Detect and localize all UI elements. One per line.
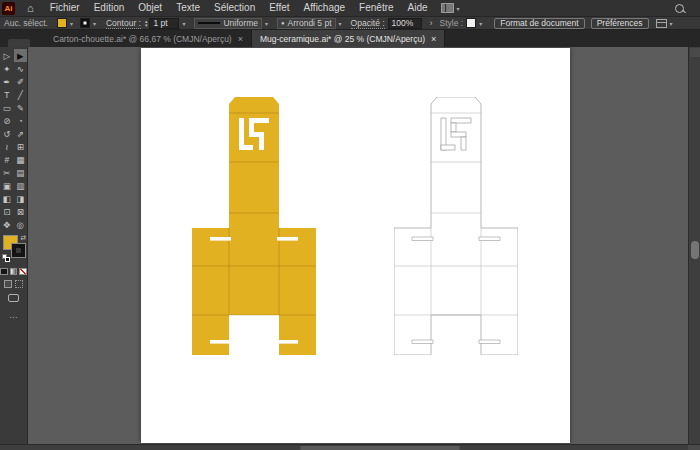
- chevron-down-icon[interactable]: ▾: [479, 20, 482, 27]
- rotate-tool-icon[interactable]: ↺: [0, 127, 14, 140]
- magic-wand-tool-icon[interactable]: ✦: [0, 62, 14, 75]
- scissors-tool-icon[interactable]: ✂: [0, 166, 14, 179]
- document-tab-bar: Carton-chouette.ai* @ 66,67 % (CMJN/Aper…: [0, 30, 700, 47]
- blend-tool-icon[interactable]: ▥: [14, 179, 28, 192]
- width-tool-icon[interactable]: ≀: [0, 140, 14, 153]
- artboard: [141, 48, 570, 443]
- search-icon[interactable]: [675, 4, 684, 13]
- menu-fichier[interactable]: Fichier: [43, 0, 87, 16]
- rectangle-tool-icon[interactable]: ▭: [0, 101, 14, 114]
- shaper-tool-icon[interactable]: ⊘: [0, 114, 14, 127]
- pencil-tool-icon[interactable]: ✎: [14, 101, 28, 114]
- chevron-down-icon[interactable]: ▾: [182, 20, 185, 27]
- document-tab[interactable]: Carton-chouette.ai* @ 66,67 % (CMJN/Aper…: [45, 30, 252, 47]
- menu-fenetre[interactable]: Fenêtre: [352, 0, 400, 16]
- draw-normal-icon[interactable]: [4, 280, 12, 288]
- document-tab[interactable]: Mug-ceramique.ai* @ 25 % (CMJN/Aperçu)×: [252, 30, 445, 47]
- opacity-label[interactable]: Opacité :: [351, 18, 385, 29]
- slice-tool-icon[interactable]: ⊠: [14, 205, 28, 218]
- eyedropper-tool-icon[interactable]: ▣: [0, 179, 14, 192]
- brush-dropdown[interactable]: ● Arrondi 5 pt: [277, 18, 336, 29]
- tool-row: ▭✎: [0, 101, 27, 114]
- drawing-mode-buttons: [0, 280, 27, 288]
- menu-items: FichierEditionObjetTexteSélectionEffetAf…: [43, 0, 435, 16]
- symbol-sprayer-tool-icon[interactable]: ◧: [0, 192, 14, 205]
- free-transform-tool-icon[interactable]: ⊞: [14, 140, 28, 153]
- type-tool-icon[interactable]: T: [0, 88, 14, 101]
- stroke-weight-stepper[interactable]: ▴▾: [145, 19, 148, 27]
- column-graph-tool-icon[interactable]: ◨: [14, 192, 28, 205]
- brush-preview-icon: ●: [281, 20, 285, 26]
- style-swatch[interactable]: [466, 18, 476, 28]
- workspace-switcher-icon[interactable]: [441, 3, 454, 13]
- tools-panel-header[interactable]: [8, 39, 30, 47]
- stroke-color-swatch[interactable]: [80, 18, 90, 28]
- scale-tool-icon[interactable]: ⇗: [14, 127, 28, 140]
- gradient-button[interactable]: [10, 268, 18, 275]
- screen-mode-icon[interactable]: [8, 294, 19, 302]
- vertical-scrollbar-thumb[interactable]: [691, 241, 699, 259]
- draw-behind-icon[interactable]: [15, 280, 23, 288]
- mesh-tool-icon[interactable]: ▦: [14, 153, 28, 166]
- menu-texte[interactable]: Texte: [169, 0, 207, 16]
- tool-row: ▷▶: [0, 49, 27, 62]
- selection-tool-icon[interactable]: ▶: [14, 49, 28, 62]
- tool-row: ⊘◔: [0, 114, 27, 127]
- scrollbar-up-cap[interactable]: [690, 48, 700, 57]
- direct-selection-tool-icon[interactable]: ▷: [0, 49, 14, 62]
- paintbrush-tool-icon[interactable]: ✐: [14, 75, 28, 88]
- fill-color-swatch[interactable]: [57, 18, 67, 28]
- stroke-style-preview: [198, 22, 220, 24]
- menu-aide[interactable]: Aide: [401, 0, 435, 16]
- chevron-down-icon[interactable]: ▾: [457, 5, 460, 12]
- menu-effet[interactable]: Effet: [262, 0, 296, 16]
- tool-rows: ▷▶✦∿✒✐T╱▭✎⊘◔↺⇗≀⊞#▦✂▤▣▥◧◨⊡⊠✥◎: [0, 47, 27, 231]
- close-icon[interactable]: ×: [431, 34, 436, 44]
- menu-selection[interactable]: Sélection: [207, 0, 262, 16]
- home-icon[interactable]: ⌂: [27, 1, 34, 16]
- pen-tool-icon[interactable]: ✒: [0, 75, 14, 88]
- dieline-filled-artwork[interactable]: [192, 97, 316, 355]
- opacity-input[interactable]: 100%: [388, 18, 422, 29]
- stroke-style-dropdown[interactable]: Uniforme: [194, 18, 261, 29]
- menu-edition[interactable]: Edition: [87, 0, 132, 16]
- hand-tool-icon[interactable]: ✥: [0, 218, 14, 231]
- artboard-tool-icon[interactable]: ⊡: [0, 205, 14, 218]
- stroke-weight-input[interactable]: 1 pt: [149, 18, 179, 29]
- overflow-arrow-icon[interactable]: ›: [430, 18, 433, 28]
- arrange-panel-icon[interactable]: [656, 19, 667, 28]
- menu-affichage[interactable]: Affichage: [297, 0, 353, 16]
- edit-toolbar-ellipsis[interactable]: …: [0, 310, 27, 320]
- chevron-down-icon[interactable]: ▾: [70, 20, 73, 27]
- chevron-down-icon[interactable]: ▾: [93, 20, 96, 27]
- shape-builder-tool-icon[interactable]: #: [0, 153, 14, 166]
- preferences-button[interactable]: Préférences: [591, 18, 649, 29]
- illustrator-window: Ai ⌂ FichierEditionObjetTexteSélectionEf…: [0, 0, 700, 450]
- document-setup-button[interactable]: Format de document: [494, 18, 584, 29]
- chevron-down-icon[interactable]: ▾: [339, 20, 342, 27]
- canvas-area[interactable]: [28, 47, 688, 444]
- stroke-weight-label[interactable]: Contour :: [106, 18, 141, 29]
- swap-fill-stroke-icon[interactable]: ⇄: [20, 234, 26, 242]
- menu-objet[interactable]: Objet: [131, 0, 169, 16]
- line-segment-tool-icon[interactable]: ╱: [14, 88, 28, 101]
- tools-panel: ▷▶✦∿✒✐T╱▭✎⊘◔↺⇗≀⊞#▦✂▤▣▥◧◨⊡⊠✥◎ ⇄ …: [0, 47, 28, 444]
- chevron-down-icon[interactable]: ▾: [670, 20, 673, 27]
- app-logo-icon[interactable]: Ai: [2, 2, 15, 15]
- tab-label: Carton-chouette.ai* @ 66,67 % (CMJN/Aper…: [53, 34, 232, 44]
- dieline-outline-artwork[interactable]: [394, 97, 518, 355]
- close-icon[interactable]: ×: [238, 34, 243, 44]
- horizontal-scrollbar-thumb[interactable]: [300, 446, 460, 450]
- stroke-indicator[interactable]: [11, 243, 26, 258]
- color-button[interactable]: [0, 268, 8, 275]
- gradient-tool-icon[interactable]: ▤: [14, 166, 28, 179]
- vertical-scrollbar[interactable]: [688, 47, 700, 444]
- eraser-tool-icon[interactable]: ◔: [14, 114, 28, 127]
- lasso-tool-icon[interactable]: ∿: [14, 62, 28, 75]
- tool-row: ⊡⊠: [0, 205, 27, 218]
- chevron-down-icon[interactable]: ▾: [265, 20, 268, 27]
- default-fill-stroke-icon[interactable]: [2, 254, 10, 262]
- horizontal-scrollbar[interactable]: [0, 444, 700, 450]
- none-button[interactable]: [19, 268, 27, 275]
- zoom-tool-icon[interactable]: ◎: [14, 218, 28, 231]
